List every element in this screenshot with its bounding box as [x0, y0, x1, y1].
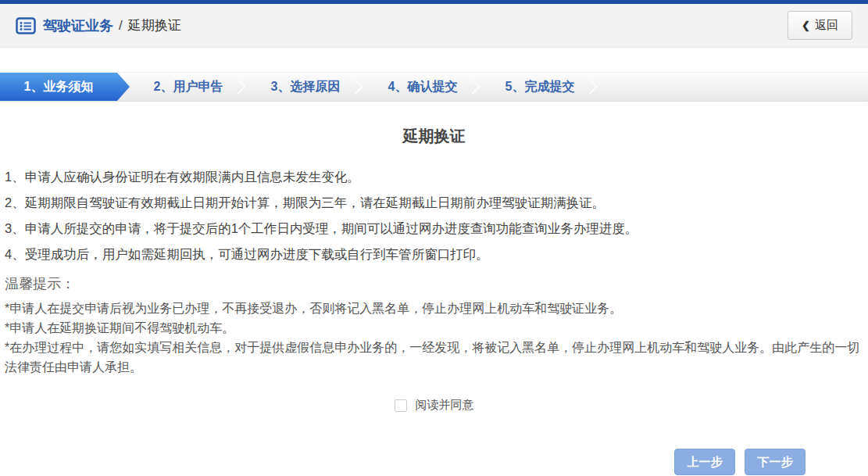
back-button[interactable]: ❮ 返回: [788, 11, 852, 40]
step-label: 2、用户申告: [154, 79, 223, 95]
agreement-row: 阅读并同意: [0, 398, 868, 413]
page-header: 驾驶证业务 / 延期换证 ❮ 返回: [0, 4, 868, 48]
list-icon: [16, 17, 36, 34]
step-label: 5、完成提交: [505, 79, 575, 95]
step-1-business-notice[interactable]: 1、业务须知: [0, 73, 130, 101]
chevron-left-icon: ❮: [802, 20, 810, 31]
notice-list: 1、申请人应确认身份证明在有效期限满内且信息未发生变化。 2、延期期限自驾驶证有…: [0, 164, 868, 267]
agree-checkbox[interactable]: [395, 399, 407, 412]
step-label: 4、确认提交: [388, 79, 458, 95]
tips-list: *申请人在提交申请后视为业务已办理，不再接受退办，否则将记入黑名单，停止办理网上…: [0, 299, 868, 377]
breadcrumb-page: 延期换证: [128, 16, 181, 34]
breadcrumb: 驾驶证业务 / 延期换证: [16, 16, 181, 35]
agree-label: 阅读并同意: [416, 398, 474, 413]
next-step-button[interactable]: 下一步: [745, 449, 805, 475]
step-label: 1、业务须知: [24, 79, 94, 95]
step-wizard: 1、业务须知 2、用户申告 3、选择原因 4、确认提交 5、完成提交: [0, 72, 868, 102]
breadcrumb-section[interactable]: 驾驶证业务: [43, 16, 113, 35]
notice-item: 3、申请人所提交的申请，将于提交后的1个工作日内受理，期间可以通过网办进度查询功…: [5, 216, 863, 242]
tip-item: *申请人在提交申请后视为业务已办理，不再接受退办，否则将记入黑名单，停止办理网上…: [5, 299, 863, 318]
step-label: 3、选择原因: [271, 79, 341, 95]
step-5-finish-submit[interactable]: 5、完成提交: [481, 73, 598, 101]
step-2-user-declaration[interactable]: 2、用户申告: [130, 73, 247, 101]
tip-item: *在办理过程中，请您如实填写相关信息，对于提供虚假信息申办业务的，一经发现，将被…: [5, 338, 863, 377]
previous-step-button[interactable]: 上一步: [674, 449, 735, 475]
breadcrumb-separator: /: [119, 18, 123, 34]
page-title: 延期换证: [0, 126, 868, 147]
back-button-label: 返回: [815, 18, 838, 33]
step-4-confirm-submit[interactable]: 4、确认提交: [364, 73, 481, 101]
tip-item: *申请人在延期换证期间不得驾驶机动车。: [5, 318, 863, 338]
tips-heading: 温馨提示：: [5, 274, 863, 293]
footer-actions: 上一步 下一步: [0, 449, 868, 475]
notice-item: 1、申请人应确认身份证明在有效期限满内且信息未发生变化。: [5, 164, 863, 190]
step-3-select-reason[interactable]: 3、选择原因: [247, 73, 364, 101]
notice-item: 2、延期期限自驾驶证有效期截止日期开始计算，期限为三年，请在延期截止日期前办理驾…: [5, 190, 863, 216]
notice-item: 4、受理成功后，用户如需延期回执，可通过网办进度下载或自行到车管所窗口打印。: [5, 242, 863, 267]
